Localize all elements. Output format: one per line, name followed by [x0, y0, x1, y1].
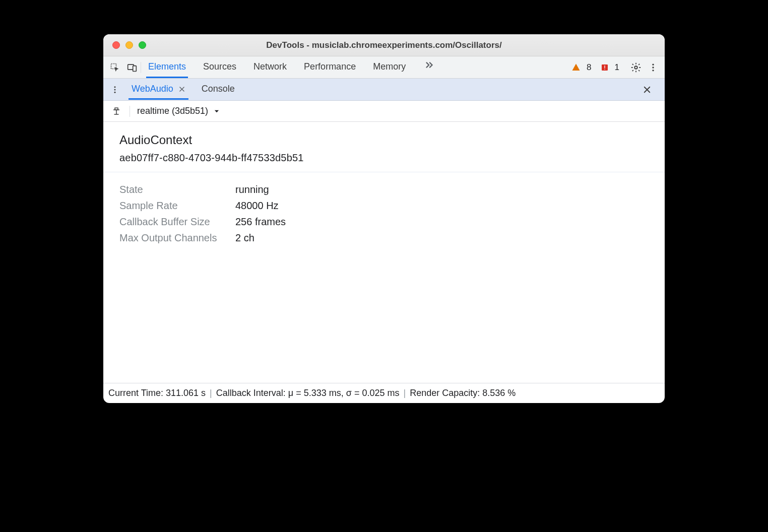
drawer-menu-icon[interactable]: [106, 81, 123, 98]
status-current-time: Current Time: 311.061 s: [108, 388, 206, 398]
notifications[interactable]: 8 1: [571, 62, 619, 73]
status-callback-interval: Callback Interval: μ = 5.333 ms, σ = 0.0…: [216, 388, 400, 398]
property-value: 2 ch: [235, 230, 254, 246]
window-title: DevTools - musiclab.chromeexperiments.co…: [103, 40, 665, 50]
property-row: Callback Buffer Size 256 frames: [119, 214, 649, 230]
property-row: State running: [119, 181, 649, 197]
property-row: Sample Rate 48000 Hz: [119, 197, 649, 214]
context-selector-label: realtime (3d5b51): [137, 106, 208, 116]
close-tab-icon[interactable]: [178, 86, 185, 93]
traffic-lights: [112, 41, 146, 49]
svg-point-7: [652, 63, 654, 65]
tab-memory[interactable]: Memory: [371, 56, 408, 78]
property-row: Max Output Channels 2 ch: [119, 230, 649, 246]
tab-sources[interactable]: Sources: [201, 56, 238, 78]
drawer-tab-label: Console: [202, 84, 235, 94]
svg-point-6: [634, 66, 637, 69]
property-value: 48000 Hz: [235, 197, 279, 214]
window-zoom-button[interactable]: [139, 41, 146, 49]
drawer-toolbar: WebAudio Console: [103, 79, 665, 101]
separator: |: [403, 388, 406, 398]
kebab-menu-icon[interactable]: [645, 59, 662, 76]
error-count: 1: [615, 62, 619, 73]
property-label: State: [119, 181, 226, 197]
status-render-capacity: Render Capacity: 8.536 %: [410, 388, 516, 398]
close-drawer-icon[interactable]: [638, 81, 656, 98]
property-value: running: [235, 181, 269, 197]
svg-point-10: [114, 86, 116, 88]
tab-performance[interactable]: Performance: [302, 56, 358, 78]
main-toolbar: Elements Sources Network Performance Mem…: [103, 56, 665, 79]
device-toolbar-icon[interactable]: [123, 59, 141, 76]
main-tabs: Elements Sources Network Performance Mem…: [146, 56, 438, 78]
property-label: Max Output Channels: [119, 230, 226, 246]
property-label: Sample Rate: [119, 197, 226, 214]
separator: |: [210, 388, 212, 398]
webaudio-content: AudioContext aeb07ff7-c880-4703-944b-ff4…: [103, 122, 665, 383]
context-heading: AudioContext: [119, 133, 649, 147]
window-minimize-button[interactable]: [125, 41, 133, 49]
drawer-tab-webaudio[interactable]: WebAudio: [129, 79, 188, 100]
window-close-button[interactable]: [112, 41, 120, 49]
drawer-tab-label: WebAudio: [132, 84, 173, 94]
context-header: AudioContext aeb07ff7-c880-4703-944b-ff4…: [103, 122, 665, 172]
svg-point-8: [652, 66, 654, 68]
settings-icon[interactable]: [627, 59, 645, 76]
tab-elements[interactable]: Elements: [146, 56, 188, 78]
svg-rect-5: [604, 69, 605, 69]
garbage-collect-icon[interactable]: [110, 103, 122, 120]
svg-rect-2: [133, 65, 137, 71]
chevron-down-icon: [213, 108, 220, 115]
drawer-tab-console[interactable]: Console: [199, 79, 238, 100]
titlebar: DevTools - musiclab.chromeexperiments.co…: [103, 34, 665, 56]
context-uuid: aeb07ff7-c880-4703-944b-ff47533d5b51: [119, 152, 649, 164]
context-selector[interactable]: realtime (3d5b51): [137, 106, 220, 116]
svg-point-12: [114, 91, 116, 93]
svg-rect-4: [604, 65, 605, 68]
more-tabs-icon[interactable]: [421, 56, 438, 74]
drawer-tabs: WebAudio Console: [129, 79, 238, 100]
svg-point-11: [114, 89, 116, 90]
property-value: 256 frames: [235, 214, 286, 230]
status-bar: Current Time: 311.061 s | Callback Inter…: [103, 383, 665, 403]
warning-icon: [571, 63, 581, 72]
context-properties: State running Sample Rate 48000 Hz Callb…: [103, 172, 665, 255]
error-icon: [601, 63, 609, 72]
tab-network[interactable]: Network: [251, 56, 289, 78]
property-label: Callback Buffer Size: [119, 214, 226, 230]
separator: [130, 106, 130, 117]
devtools-window: DevTools - musiclab.chromeexperiments.co…: [103, 34, 665, 403]
svg-point-9: [652, 70, 654, 71]
inspect-element-icon[interactable]: [106, 59, 123, 76]
separator: [141, 62, 141, 73]
warning-count: 8: [587, 62, 591, 73]
webaudio-toolbar: realtime (3d5b51): [103, 101, 665, 122]
